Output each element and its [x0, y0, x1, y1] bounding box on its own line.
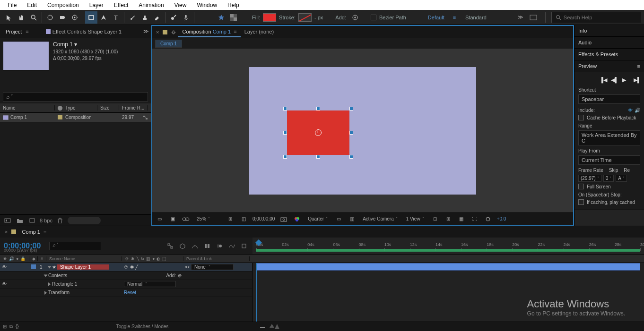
- eraser-tool-icon[interactable]: [151, 11, 163, 24]
- comp-thumbnail[interactable]: [3, 41, 49, 70]
- menu-file[interactable]: File: [3, 1, 21, 9]
- views-dropdown[interactable]: 1 View: [404, 216, 426, 221]
- menu-composition[interactable]: Composition: [43, 1, 84, 9]
- mask-visibility-icon[interactable]: [182, 215, 190, 223]
- project-item-comp1[interactable]: Comp 1 Composition 29.97: [0, 113, 151, 122]
- timeline-ruler-area[interactable]: 00s02s04s06s08s10s12s14s16s18s20s22s24s2…: [252, 238, 644, 254]
- toggle-switches-icon[interactable]: ⊞: [3, 324, 7, 329]
- add-contents-icon[interactable]: ⊕: [178, 273, 182, 278]
- new-comp-icon[interactable]: [27, 216, 37, 225]
- source-name-col[interactable]: Source Name: [46, 256, 122, 261]
- first-frame-button[interactable]: ▐◀: [600, 77, 606, 84]
- layer-visibility-toggle[interactable]: 👁: [2, 264, 7, 270]
- framerate-dropdown[interactable]: (29.97): [578, 175, 601, 182]
- menu-view[interactable]: View: [170, 1, 191, 9]
- menu-animation[interactable]: Animation: [134, 1, 168, 9]
- label-col-icon[interactable]: ◆: [29, 256, 38, 261]
- workspace-menu-icon[interactable]: ≡: [453, 15, 456, 20]
- project-tab[interactable]: Project ≡: [2, 27, 33, 36]
- fullscreen-checkbox[interactable]: [578, 184, 584, 189]
- timeline-tab[interactable]: Comp 1 ≡: [18, 227, 50, 237]
- work-area-bar[interactable]: [256, 249, 640, 252]
- graph-editor-icon[interactable]: [227, 242, 236, 250]
- parent-dropdown[interactable]: None: [191, 264, 234, 270]
- camera-tool-icon[interactable]: [56, 11, 69, 24]
- pan-behind-tool-icon[interactable]: [69, 11, 81, 24]
- cache-before-checkbox[interactable]: [578, 115, 584, 120]
- show-channel-icon[interactable]: [293, 215, 301, 223]
- range-dropdown[interactable]: Work Area Extended By C: [578, 130, 640, 145]
- grid-icon[interactable]: ▦: [457, 215, 466, 223]
- color-depth-button[interactable]: 8 bpc: [40, 218, 52, 223]
- motion-blur-icon[interactable]: [215, 242, 224, 250]
- shy-layers-icon[interactable]: [190, 242, 200, 250]
- interpret-footage-icon[interactable]: [3, 216, 12, 225]
- transform-reset-button[interactable]: Reset: [124, 290, 136, 295]
- col-framerate[interactable]: Frame R...: [119, 105, 148, 110]
- layer-duration-bar[interactable]: [256, 263, 640, 271]
- anchor-point-icon[interactable]: [315, 129, 322, 136]
- layer-contents[interactable]: Contents Add:⊕: [0, 272, 252, 280]
- effects-presets-tab[interactable]: Effects & Presets: [574, 49, 644, 60]
- label-color-icon[interactable]: [58, 106, 62, 110]
- lock-col-icon[interactable]: 🔒: [20, 256, 26, 261]
- panel-menu-icon[interactable]: ≡: [637, 63, 640, 69]
- brush-tool-icon[interactable]: [126, 11, 139, 24]
- if-caching-checkbox[interactable]: [578, 199, 584, 205]
- 3d-ground-icon[interactable]: ⛶: [470, 215, 479, 223]
- timeline-search-input[interactable]: ⌕˅: [49, 242, 101, 250]
- current-time-display[interactable]: 0;00;00;00: [252, 216, 275, 221]
- selection-tool-icon[interactable]: [3, 11, 15, 24]
- menu-edit[interactable]: Edit: [22, 1, 42, 9]
- hand-tool-icon[interactable]: [15, 11, 27, 24]
- play-from-dropdown[interactable]: Current Time: [578, 155, 640, 165]
- include-audio-icon[interactable]: 🔊: [635, 108, 640, 113]
- shortcut-dropdown[interactable]: Spacebar: [578, 94, 640, 104]
- workspace-standard[interactable]: Standard: [465, 15, 487, 20]
- zoom-tool-icon[interactable]: [27, 11, 40, 24]
- resolution-dropdown[interactable]: Quarter: [306, 216, 330, 221]
- lock-icon[interactable]: ⯐: [169, 29, 178, 35]
- pen-tool-icon[interactable]: [97, 11, 110, 24]
- type-tool-icon[interactable]: T: [110, 11, 122, 24]
- shape-rectangle[interactable]: [287, 110, 349, 155]
- layer-name[interactable]: Shape Layer 1: [57, 264, 109, 270]
- camera-dropdown[interactable]: Active Camera: [361, 216, 400, 221]
- clone-stamp-tool-icon[interactable]: [139, 11, 151, 24]
- search-help-box[interactable]: [551, 12, 641, 23]
- layer-visibility-toggle[interactable]: 👁: [2, 281, 7, 287]
- menu-effect[interactable]: Effect: [109, 1, 133, 9]
- roi-icon[interactable]: ◫: [239, 215, 248, 223]
- orbit-tool-icon[interactable]: [44, 11, 56, 24]
- bezier-path-checkbox[interactable]: [371, 15, 376, 20]
- close-timeline-tab-icon[interactable]: ×: [3, 229, 9, 235]
- panel-overflow-icon[interactable]: ≫: [143, 28, 149, 34]
- col-type[interactable]: Type: [62, 105, 97, 110]
- res-dropdown[interactable]: A: [616, 175, 627, 182]
- star-fill-icon[interactable]: [215, 11, 227, 24]
- composition-tab[interactable]: Composition Comp 1 ≡: [178, 27, 240, 37]
- include-video-icon[interactable]: 👁: [628, 108, 633, 113]
- sync-settings-icon[interactable]: [527, 11, 540, 24]
- toggle-switches-modes-button[interactable]: Toggle Switches / Modes: [116, 324, 169, 329]
- fast-previews-icon[interactable]: ▭: [334, 215, 343, 223]
- comp-title[interactable]: Comp 1 ▾: [53, 41, 118, 48]
- exposure-value[interactable]: +0.0: [497, 216, 506, 221]
- pickwhip-icon[interactable]: ⚯: [185, 264, 189, 270]
- flowchart-icon[interactable]: [142, 115, 148, 120]
- draft-3d-icon[interactable]: [178, 242, 187, 250]
- toggle-switches-icon3[interactable]: {}: [16, 324, 19, 329]
- zoom-dropdown[interactable]: 25%: [195, 216, 212, 221]
- info-panel-tab[interactable]: Info: [574, 25, 644, 37]
- fill-color-swatch[interactable]: [263, 13, 276, 22]
- col-name[interactable]: Name: [0, 105, 55, 110]
- guides-icon[interactable]: ⊞: [444, 215, 453, 223]
- blend-mode-dropdown[interactable]: Normal: [124, 281, 176, 287]
- checker-icon[interactable]: [227, 11, 240, 24]
- snapshot-icon[interactable]: [279, 215, 288, 223]
- skip-dropdown[interactable]: 0: [603, 175, 614, 182]
- solo-col-icon[interactable]: ●: [16, 256, 18, 261]
- video-visibility-col-icon[interactable]: 👁: [3, 256, 7, 261]
- preview-panel-tab[interactable]: Preview≡: [574, 60, 644, 72]
- delete-icon[interactable]: [55, 216, 65, 225]
